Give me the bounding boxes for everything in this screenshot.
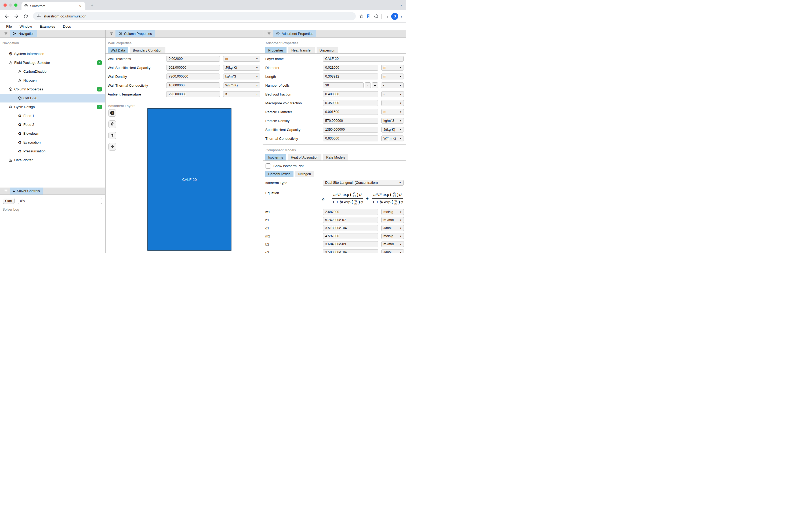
solver-controls-tab[interactable]: Solver Controls <box>10 187 43 194</box>
tab-rate-models[interactable]: Rate Models <box>323 154 348 160</box>
move-layer-up-button[interactable] <box>108 132 116 139</box>
add-layer-button[interactable] <box>108 109 116 117</box>
b2-unit-select[interactable]: m³/mol <box>381 241 404 247</box>
tab-heat-of-adsorption[interactable]: Heat of Adsorption <box>288 154 321 160</box>
new-tab-button[interactable] <box>89 2 95 8</box>
sidebar-item-carbondioxide[interactable]: CarbonDioxide <box>0 67 105 76</box>
start-button[interactable]: Start <box>3 198 14 204</box>
macropore-void-fraction-unit-select[interactable]: - <box>381 100 404 106</box>
close-tab-icon[interactable] <box>78 4 83 9</box>
q1-input[interactable]: 3.518000e+04 <box>323 225 378 231</box>
b1-input[interactable]: 5.742000e-07 <box>323 217 378 223</box>
macropore-void-fraction-input[interactable]: 0.350000 <box>323 100 378 106</box>
wall-specific-heat-capacity-input[interactable]: 502.000000 <box>166 65 220 71</box>
navigation-panel-tab[interactable]: Navigation <box>10 30 37 37</box>
reload-button[interactable] <box>21 12 30 20</box>
tab-carbondioxide[interactable]: CarbonDioxide <box>265 171 293 177</box>
m2-unit-select[interactable]: mol/kg <box>381 233 404 239</box>
tab-search-chevron-icon[interactable] <box>400 2 403 6</box>
q1-unit-select[interactable]: J/mol <box>381 225 404 231</box>
menu-window[interactable]: Window <box>20 24 32 28</box>
specific-heat-capacity-unit-select[interactable]: J/(kg·K) <box>381 126 404 133</box>
sidebar-item-blowdown[interactable]: Blowdown <box>0 129 105 138</box>
column-properties-tab[interactable]: Column Properties <box>116 30 155 37</box>
q2-input[interactable]: 3.503000e+04 <box>323 249 378 253</box>
thermal-conductivity-input[interactable]: 0.630000 <box>323 136 378 141</box>
m1-input[interactable]: 2.687000 <box>323 209 378 215</box>
sidebar-item-nitrogen[interactable]: Nitrogen <box>0 76 105 85</box>
bookmark-star-icon[interactable] <box>357 13 365 20</box>
profile-avatar[interactable]: S <box>391 13 398 20</box>
b2-input[interactable]: 3.684000e-09 <box>323 241 378 247</box>
menu-examples[interactable]: Examples <box>40 24 55 28</box>
diameter-input[interactable]: 0.021000 <box>323 65 378 71</box>
ambient-temperature-unit-select[interactable]: K <box>223 91 260 97</box>
tab-boundary-condition[interactable]: Boundary Condition <box>130 47 165 54</box>
tab-properties[interactable]: Properties <box>265 47 287 54</box>
wall-thickness-input[interactable]: 0.002000 <box>166 56 220 62</box>
bed-void-fraction-input[interactable]: 0.400000 <box>323 91 378 97</box>
tab-isotherms[interactable]: Isotherms <box>265 154 286 160</box>
sidebar-item-feed-1[interactable]: Feed 1 <box>0 111 105 120</box>
q2-unit-select[interactable]: J/mol <box>381 249 404 253</box>
fullscreen-window-button[interactable] <box>14 3 17 7</box>
menu-file[interactable]: File <box>6 24 12 28</box>
bed-void-fraction-unit-select[interactable]: - <box>381 91 404 97</box>
media-playlist-icon[interactable] <box>383 13 390 20</box>
length-input[interactable]: 0.303912 <box>323 74 378 79</box>
tab-nitrogen[interactable]: Nitrogen <box>295 171 314 177</box>
menu-docs[interactable]: Docs <box>63 24 71 28</box>
forward-button[interactable] <box>12 12 20 20</box>
tab-wall-data[interactable]: Wall Data <box>108 47 128 54</box>
sidebar-item-system-information[interactable]: System Information <box>0 50 105 58</box>
site-settings-icon[interactable] <box>37 14 41 19</box>
particle-diameter-input[interactable]: 0.001500 <box>323 109 378 115</box>
b1-unit-select[interactable]: m³/mol <box>381 217 404 223</box>
wall-thermal-conductivity-unit-select[interactable]: W/(m·K) <box>223 82 260 88</box>
panel-filter-icon[interactable] <box>2 187 10 194</box>
move-layer-down-button[interactable] <box>108 143 116 151</box>
particle-density-unit-select[interactable]: kg/m^3 <box>381 118 404 124</box>
extensions-puzzle-icon[interactable] <box>372 13 380 20</box>
adsorbent-properties-tab[interactable]: Adsorbent Properties <box>273 30 316 37</box>
thermal-conductivity-unit-select[interactable]: W/(m·K) <box>381 136 404 141</box>
sidebar-item-data-plotter[interactable]: Data Plotter <box>0 156 105 164</box>
wall-density-unit-select[interactable]: kg/m^3 <box>223 74 260 79</box>
sidebar-item-column-properties[interactable]: Column Properties <box>0 85 105 94</box>
adsorbent-layer-block[interactable]: CALF-20 <box>147 108 231 251</box>
wall-specific-heat-capacity-unit-select[interactable]: J/(kg·K) <box>223 65 260 71</box>
minimize-window-button[interactable] <box>9 3 12 7</box>
close-window-button[interactable] <box>3 3 7 7</box>
wall-thermal-conductivity-input[interactable]: 10.000000 <box>166 82 220 88</box>
sidebar-item-fluid-package-selector[interactable]: Fluid Package Selector <box>0 58 105 67</box>
panel-filter-icon[interactable] <box>107 30 116 37</box>
decrement-button[interactable]: - <box>365 82 371 88</box>
show-isotherm-plot-checkbox[interactable] <box>266 163 271 169</box>
sidebar-item-calf-20[interactable]: CALF-20 <box>0 94 105 102</box>
panel-filter-icon[interactable] <box>2 30 10 37</box>
m1-unit-select[interactable]: mol/kg <box>381 209 404 215</box>
sidebar-item-evacuation[interactable]: Evacuation <box>0 138 105 147</box>
sidebar-item-pressurisation[interactable]: Pressurisation <box>0 147 105 156</box>
specific-heat-capacity-input[interactable]: 1350.000000 <box>323 126 378 133</box>
browser-menu-icon[interactable] <box>399 13 404 20</box>
m2-input[interactable]: 4.597000 <box>323 233 378 239</box>
isotherm-type-select[interactable]: Dual Site Langmuir (Concentration) <box>323 180 403 186</box>
diameter-unit-select[interactable]: m <box>381 65 404 71</box>
length-unit-select[interactable]: m <box>381 74 404 79</box>
address-bar[interactable]: skarstrom.co.uk/simulation <box>33 12 356 20</box>
number-of-cells-input[interactable]: 30 <box>323 82 364 88</box>
panel-filter-icon[interactable] <box>265 30 273 37</box>
browser-tab[interactable]: Skarstrom <box>21 2 85 10</box>
tab-dispersion[interactable]: Dispersion <box>316 47 338 54</box>
reading-list-document-icon[interactable] <box>365 13 372 20</box>
particle-diameter-unit-select[interactable]: m <box>381 109 404 115</box>
wall-thickness-unit-select[interactable]: m <box>223 56 260 62</box>
particle-density-input[interactable]: 570.000000 <box>323 118 378 124</box>
tab-heat-transfer[interactable]: Heat Transfer <box>288 47 315 54</box>
layer-name-input[interactable]: CALF-20 <box>323 56 403 62</box>
wall-density-input[interactable]: 7800.000000 <box>166 74 220 79</box>
sidebar-item-cycle-design[interactable]: Cycle Design <box>0 102 105 111</box>
increment-button[interactable]: + <box>372 82 378 88</box>
sidebar-item-feed-2[interactable]: Feed 2 <box>0 120 105 129</box>
